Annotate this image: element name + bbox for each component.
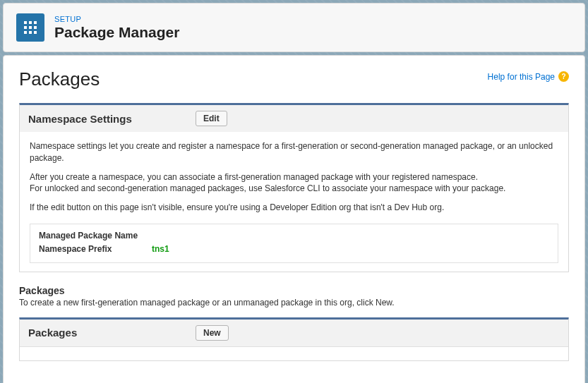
new-button[interactable]: New	[196, 325, 229, 341]
svg-rect-2	[34, 21, 37, 24]
help-for-page-link[interactable]: Help for this Page	[488, 72, 555, 82]
packages-description-section: Packages To create a new first-generatio…	[19, 285, 569, 308]
managed-package-name-label: Managed Package Name	[39, 230, 152, 242]
namespace-after-create-text: After you create a namespace, you can as…	[30, 171, 558, 195]
svg-rect-1	[29, 21, 32, 24]
namespace-edit-note-text: If the edit button on this page isn't vi…	[30, 202, 558, 214]
setup-header: SETUP Package Manager	[3, 3, 585, 52]
namespace-settings-panel: Namespace Settings Edit Namespace settin…	[19, 103, 569, 272]
packages-empty-row	[20, 346, 568, 360]
svg-rect-5	[34, 26, 37, 29]
svg-rect-0	[24, 21, 27, 24]
namespace-prefix-label: Namespace Prefix	[39, 243, 152, 255]
namespace-prefix-value: tns1	[152, 243, 169, 255]
edit-button[interactable]: Edit	[196, 111, 227, 126]
packages-subheading: Packages	[19, 285, 569, 296]
package-manager-icon	[16, 13, 44, 42]
setup-eyebrow: SETUP	[54, 15, 179, 23]
packages-panel-title: Packages	[28, 327, 187, 339]
help-icon[interactable]: ?	[558, 71, 569, 82]
svg-rect-6	[24, 31, 27, 34]
packages-list-panel: Packages New	[19, 317, 569, 361]
page-heading: Packages	[19, 68, 100, 90]
namespace-settings-title: Namespace Settings	[28, 113, 187, 125]
namespace-intro-text: Namespace settings let you create and re…	[30, 140, 558, 164]
namespace-details-box: Managed Package Name Namespace Prefix tn…	[30, 224, 558, 263]
svg-rect-8	[34, 31, 37, 34]
content-card: Packages Help for this Page ? Namespace …	[3, 55, 585, 383]
svg-rect-7	[29, 31, 32, 34]
svg-rect-3	[24, 26, 27, 29]
packages-description: To create a new first-generation managed…	[19, 298, 569, 308]
svg-rect-4	[29, 26, 32, 29]
page-title: Package Manager	[54, 24, 179, 41]
